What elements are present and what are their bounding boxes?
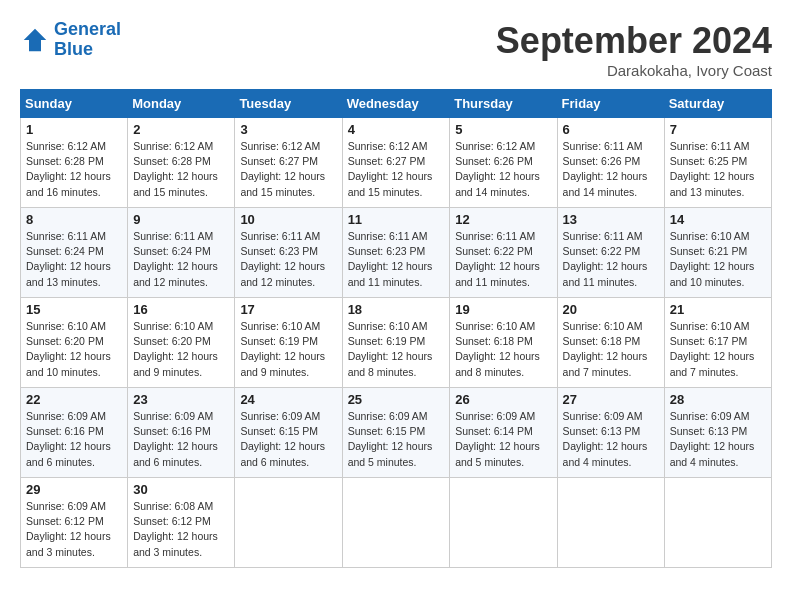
calendar-day-cell: 11 Sunrise: 6:11 AM Sunset: 6:23 PM Dayl… xyxy=(342,208,450,298)
day-info: Sunrise: 6:12 AM Sunset: 6:26 PM Dayligh… xyxy=(455,139,551,200)
calendar-day-header: Thursday xyxy=(450,90,557,118)
day-info: Sunrise: 6:10 AM Sunset: 6:18 PM Dayligh… xyxy=(455,319,551,380)
calendar-day-cell: 5 Sunrise: 6:12 AM Sunset: 6:26 PM Dayli… xyxy=(450,118,557,208)
calendar-day-cell xyxy=(557,478,664,568)
day-number: 2 xyxy=(133,122,229,137)
calendar-day-cell: 14 Sunrise: 6:10 AM Sunset: 6:21 PM Dayl… xyxy=(664,208,771,298)
calendar-day-cell: 8 Sunrise: 6:11 AM Sunset: 6:24 PM Dayli… xyxy=(21,208,128,298)
day-number: 19 xyxy=(455,302,551,317)
day-info: Sunrise: 6:10 AM Sunset: 6:20 PM Dayligh… xyxy=(26,319,122,380)
day-number: 4 xyxy=(348,122,445,137)
day-number: 15 xyxy=(26,302,122,317)
day-number: 13 xyxy=(563,212,659,227)
calendar-day-cell xyxy=(235,478,342,568)
day-number: 9 xyxy=(133,212,229,227)
calendar-week-row: 29 Sunrise: 6:09 AM Sunset: 6:12 PM Dayl… xyxy=(21,478,772,568)
calendar-day-header: Monday xyxy=(128,90,235,118)
calendar-day-cell: 6 Sunrise: 6:11 AM Sunset: 6:26 PM Dayli… xyxy=(557,118,664,208)
day-number: 16 xyxy=(133,302,229,317)
day-number: 22 xyxy=(26,392,122,407)
calendar-day-cell: 22 Sunrise: 6:09 AM Sunset: 6:16 PM Dayl… xyxy=(21,388,128,478)
day-number: 7 xyxy=(670,122,766,137)
calendar-day-cell: 10 Sunrise: 6:11 AM Sunset: 6:23 PM Dayl… xyxy=(235,208,342,298)
day-info: Sunrise: 6:09 AM Sunset: 6:16 PM Dayligh… xyxy=(26,409,122,470)
day-info: Sunrise: 6:10 AM Sunset: 6:19 PM Dayligh… xyxy=(240,319,336,380)
calendar-day-cell: 19 Sunrise: 6:10 AM Sunset: 6:18 PM Dayl… xyxy=(450,298,557,388)
calendar-day-header: Saturday xyxy=(664,90,771,118)
day-info: Sunrise: 6:12 AM Sunset: 6:27 PM Dayligh… xyxy=(348,139,445,200)
day-info: Sunrise: 6:08 AM Sunset: 6:12 PM Dayligh… xyxy=(133,499,229,560)
calendar-day-cell: 9 Sunrise: 6:11 AM Sunset: 6:24 PM Dayli… xyxy=(128,208,235,298)
calendar-day-cell: 12 Sunrise: 6:11 AM Sunset: 6:22 PM Dayl… xyxy=(450,208,557,298)
day-number: 6 xyxy=(563,122,659,137)
calendar-week-row: 22 Sunrise: 6:09 AM Sunset: 6:16 PM Dayl… xyxy=(21,388,772,478)
day-info: Sunrise: 6:10 AM Sunset: 6:18 PM Dayligh… xyxy=(563,319,659,380)
calendar-day-cell xyxy=(450,478,557,568)
calendar-day-cell: 21 Sunrise: 6:10 AM Sunset: 6:17 PM Dayl… xyxy=(664,298,771,388)
calendar-day-header: Sunday xyxy=(21,90,128,118)
svg-marker-0 xyxy=(24,29,47,52)
calendar-day-cell: 26 Sunrise: 6:09 AM Sunset: 6:14 PM Dayl… xyxy=(450,388,557,478)
day-number: 10 xyxy=(240,212,336,227)
calendar-day-cell: 24 Sunrise: 6:09 AM Sunset: 6:15 PM Dayl… xyxy=(235,388,342,478)
calendar-day-cell: 15 Sunrise: 6:10 AM Sunset: 6:20 PM Dayl… xyxy=(21,298,128,388)
day-info: Sunrise: 6:12 AM Sunset: 6:28 PM Dayligh… xyxy=(133,139,229,200)
day-number: 27 xyxy=(563,392,659,407)
day-number: 14 xyxy=(670,212,766,227)
day-number: 3 xyxy=(240,122,336,137)
day-info: Sunrise: 6:09 AM Sunset: 6:13 PM Dayligh… xyxy=(563,409,659,470)
calendar-day-cell: 23 Sunrise: 6:09 AM Sunset: 6:16 PM Dayl… xyxy=(128,388,235,478)
calendar-week-row: 1 Sunrise: 6:12 AM Sunset: 6:28 PM Dayli… xyxy=(21,118,772,208)
day-number: 18 xyxy=(348,302,445,317)
calendar-day-header: Tuesday xyxy=(235,90,342,118)
day-number: 1 xyxy=(26,122,122,137)
day-number: 23 xyxy=(133,392,229,407)
calendar-day-header: Wednesday xyxy=(342,90,450,118)
title-block: September 2024 Darakokaha, Ivory Coast xyxy=(496,20,772,79)
day-number: 11 xyxy=(348,212,445,227)
day-number: 17 xyxy=(240,302,336,317)
page-header: General Blue September 2024 Darakokaha, … xyxy=(20,20,772,79)
calendar-day-cell: 4 Sunrise: 6:12 AM Sunset: 6:27 PM Dayli… xyxy=(342,118,450,208)
day-number: 25 xyxy=(348,392,445,407)
day-info: Sunrise: 6:12 AM Sunset: 6:27 PM Dayligh… xyxy=(240,139,336,200)
logo-icon xyxy=(20,25,50,55)
calendar-week-row: 15 Sunrise: 6:10 AM Sunset: 6:20 PM Dayl… xyxy=(21,298,772,388)
day-number: 12 xyxy=(455,212,551,227)
calendar-day-cell: 13 Sunrise: 6:11 AM Sunset: 6:22 PM Dayl… xyxy=(557,208,664,298)
day-info: Sunrise: 6:10 AM Sunset: 6:19 PM Dayligh… xyxy=(348,319,445,380)
day-number: 29 xyxy=(26,482,122,497)
calendar-day-cell: 29 Sunrise: 6:09 AM Sunset: 6:12 PM Dayl… xyxy=(21,478,128,568)
calendar-day-cell: 28 Sunrise: 6:09 AM Sunset: 6:13 PM Dayl… xyxy=(664,388,771,478)
day-info: Sunrise: 6:09 AM Sunset: 6:16 PM Dayligh… xyxy=(133,409,229,470)
day-info: Sunrise: 6:10 AM Sunset: 6:21 PM Dayligh… xyxy=(670,229,766,290)
calendar-day-cell: 17 Sunrise: 6:10 AM Sunset: 6:19 PM Dayl… xyxy=(235,298,342,388)
calendar-day-cell xyxy=(664,478,771,568)
day-number: 30 xyxy=(133,482,229,497)
day-info: Sunrise: 6:09 AM Sunset: 6:13 PM Dayligh… xyxy=(670,409,766,470)
day-number: 21 xyxy=(670,302,766,317)
day-number: 26 xyxy=(455,392,551,407)
calendar-day-cell: 16 Sunrise: 6:10 AM Sunset: 6:20 PM Dayl… xyxy=(128,298,235,388)
day-number: 28 xyxy=(670,392,766,407)
day-info: Sunrise: 6:09 AM Sunset: 6:14 PM Dayligh… xyxy=(455,409,551,470)
day-info: Sunrise: 6:11 AM Sunset: 6:26 PM Dayligh… xyxy=(563,139,659,200)
day-number: 8 xyxy=(26,212,122,227)
day-info: Sunrise: 6:09 AM Sunset: 6:12 PM Dayligh… xyxy=(26,499,122,560)
calendar-day-cell: 30 Sunrise: 6:08 AM Sunset: 6:12 PM Dayl… xyxy=(128,478,235,568)
day-info: Sunrise: 6:11 AM Sunset: 6:24 PM Dayligh… xyxy=(26,229,122,290)
calendar-day-cell: 7 Sunrise: 6:11 AM Sunset: 6:25 PM Dayli… xyxy=(664,118,771,208)
calendar-day-cell: 18 Sunrise: 6:10 AM Sunset: 6:19 PM Dayl… xyxy=(342,298,450,388)
calendar-week-row: 8 Sunrise: 6:11 AM Sunset: 6:24 PM Dayli… xyxy=(21,208,772,298)
day-info: Sunrise: 6:11 AM Sunset: 6:24 PM Dayligh… xyxy=(133,229,229,290)
day-info: Sunrise: 6:11 AM Sunset: 6:22 PM Dayligh… xyxy=(455,229,551,290)
calendar-day-cell xyxy=(342,478,450,568)
calendar-day-cell: 1 Sunrise: 6:12 AM Sunset: 6:28 PM Dayli… xyxy=(21,118,128,208)
logo-line2: Blue xyxy=(54,40,121,60)
calendar-day-header: Friday xyxy=(557,90,664,118)
day-info: Sunrise: 6:12 AM Sunset: 6:28 PM Dayligh… xyxy=(26,139,122,200)
day-info: Sunrise: 6:11 AM Sunset: 6:22 PM Dayligh… xyxy=(563,229,659,290)
calendar-header-row: SundayMondayTuesdayWednesdayThursdayFrid… xyxy=(21,90,772,118)
day-number: 5 xyxy=(455,122,551,137)
day-info: Sunrise: 6:11 AM Sunset: 6:23 PM Dayligh… xyxy=(348,229,445,290)
